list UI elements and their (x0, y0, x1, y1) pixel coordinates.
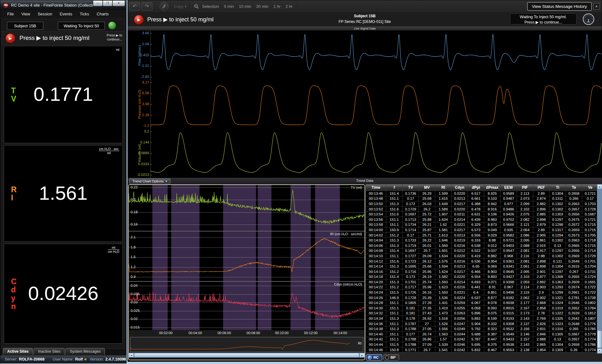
bp-toggle-button[interactable]: BP (383, 354, 399, 361)
table-row[interactable]: 00:14:00150.90.171425.871.5810.02176.573… (366, 227, 598, 232)
table-row[interactable]: 00:14:46150.80.177126.71.5410.02425.8328… (366, 347, 598, 352)
trend-chart-options-button[interactable]: Trend Chart Options▾ (129, 178, 171, 184)
table-row[interactable]: 00:13:58151.10.173426.211.620.02216.3298… (366, 222, 598, 227)
table-cell: 0.1714 (582, 248, 598, 253)
column-header-tv[interactable]: TV (403, 184, 419, 191)
undo-button[interactable]: ↶ (129, 2, 140, 10)
table-row[interactable]: 00:14:14151.30.169525.661.5940.02136.659… (366, 264, 598, 269)
table-row[interactable]: 00:14:08151.40.169725.71.6010.02126.5229… (366, 248, 598, 253)
trend-cdyn-canvas[interactable] (129, 282, 365, 330)
menu-file[interactable]: File (3, 11, 18, 17)
column-header-cdyn[interactable]: Cdyn (452, 184, 468, 191)
table-row[interactable]: 00:13:46151.40.173626.291.5990.02206.517… (366, 191, 598, 196)
subject-button[interactable]: Subject 15B (7, 22, 43, 30)
table-row[interactable]: 00:13:48151.10.1725.681.6150.02136.6619.… (366, 196, 598, 201)
column-header-pif[interactable]: PIF (517, 184, 533, 191)
table-cell: 2.879 (533, 222, 549, 227)
table-row[interactable]: 00:14:18151.40.17326.191.5820.02206.5548… (366, 274, 598, 280)
table-row[interactable]: 00:14:44151.50.178827.091.5390.02465.695… (366, 342, 598, 347)
table-row[interactable]: 00:14:16151.20.171625.951.6240.02176.466… (366, 269, 598, 274)
table-row[interactable]: 00:13:56151.10.171325.881.6340.02146.439… (366, 217, 598, 222)
table-row[interactable]: 00:14:42151.10.178826.861.570.02425.7878… (366, 337, 598, 342)
table-row[interactable]: 00:13:50151.30.17226.031.6490.02176.3888… (366, 201, 598, 206)
timer-clock-icon[interactable] (582, 13, 595, 25)
menu-charts[interactable]: Charts (93, 11, 112, 17)
ready-indicator-icon[interactable] (108, 21, 116, 30)
table-row[interactable]: 00:14:28151.10.180527.281.4310.02596.067… (366, 300, 598, 305)
zoom-preset-5min[interactable]: 5 min (224, 4, 234, 9)
menu-view[interactable]: View (18, 11, 34, 17)
menu-ticks[interactable]: Ticks (76, 11, 93, 17)
title-bar[interactable]: RC Demo 4 site - FinePointe Station (Col… (0, 0, 126, 10)
column-header-time[interactable]: Time (366, 184, 386, 191)
inject-status-button[interactable]: Waiting To Inject 50 (58, 22, 105, 30)
table-row[interactable]: 00:14:38151.30.178827.051.5560.02495.792… (366, 326, 598, 331)
zoom-preset-30min[interactable]: 30 min (256, 4, 268, 9)
zoom-preset-10min[interactable]: 10 min (239, 4, 251, 9)
table-row[interactable]: 00:14:36151.10.1787271.5260.02475.9048.3… (366, 321, 598, 326)
column-header-eew[interactable]: EEW (501, 184, 517, 191)
volume-waveform-canvas[interactable] (150, 129, 602, 178)
scroll-down-icon[interactable]: ▼ (597, 349, 602, 353)
zoom-preset-1hr[interactable]: 1 hr (274, 4, 280, 9)
trend-overview-strip[interactable]: RI (129, 336, 365, 353)
play-button[interactable]: ▶ (133, 14, 144, 25)
tab-inactive-sites[interactable]: Inactive Sites (34, 348, 65, 355)
table-row[interactable]: 00:14:04151.30.173326.221.6460.02196.316… (366, 238, 598, 243)
rc-toggle-button[interactable]: RC (366, 354, 382, 361)
column-header-f[interactable]: f (386, 184, 402, 191)
table-row[interactable]: 00:14:10151.10.172726.091.6340.02206.419… (366, 253, 598, 258)
column-header-te[interactable]: Te (566, 184, 582, 191)
play-button[interactable]: ▶ (5, 33, 16, 44)
column-header-ri[interactable]: RI (435, 184, 451, 191)
view-status-message-history-button[interactable]: View Status Message History (527, 2, 592, 11)
horizontal-scrollbar[interactable]: ◄ ► (129, 353, 365, 358)
tab-system-messages[interactable]: System Messages (65, 348, 105, 355)
table-row[interactable]: 00:14:22151.20.171725.961.6230.02166.441… (366, 285, 598, 290)
table-cell: 0.1722 (582, 290, 598, 295)
table-row[interactable]: 00:14:32151.10.18127.431.4730.02635.8968… (366, 311, 598, 316)
table-cell: 8.387 (484, 332, 500, 337)
table-row[interactable]: 00:14:20151.30.170125.741.5930.02146.693… (366, 280, 598, 285)
flow-waveform-canvas[interactable] (150, 30, 602, 80)
column-header-dpmax[interactable]: dPmax (484, 184, 500, 191)
table-row[interactable]: 00:14:26146.90.172825.391.5360.02246.537… (366, 295, 598, 300)
zoom-preset-2hr[interactable]: 2 hr (285, 4, 292, 9)
table-row[interactable]: 00:14:30151.10.18127.351.4190.02556.0588… (366, 306, 598, 311)
copy-button[interactable]: Copy ▾ (174, 4, 187, 9)
table-cell: 0.9547 (501, 248, 517, 253)
close-icon[interactable]: ✕ (593, 3, 600, 10)
menu-events[interactable]: Events (56, 11, 76, 17)
table-row[interactable]: 00:13:52151.60.172926.21.5890.02206.4788… (366, 207, 598, 212)
table-row[interactable]: 00:14:06151.30.171926.011.5690.02166.538… (366, 243, 598, 248)
column-header-dppl[interactable]: dPpl (468, 184, 484, 191)
overview-ri-canvas[interactable] (130, 337, 350, 351)
column-header-mv[interactable]: MV (419, 184, 435, 191)
table-row[interactable]: 00:14:34151.30.17826.921.5180.02565.8928… (366, 316, 598, 321)
close-button[interactable]: ✕ (112, 0, 125, 6)
scroll-up-icon[interactable]: ▲ (597, 184, 602, 189)
pressure-waveform-canvas[interactable] (150, 80, 602, 129)
column-header-ve[interactable]: Ve (582, 184, 598, 191)
table-row[interactable]: 00:14:40151.10.17726.741.5630.02445.6888… (366, 332, 598, 337)
scroll-left-icon[interactable]: ◄ (129, 353, 134, 357)
trend-ri-canvas[interactable] (129, 231, 365, 281)
live-chart-pressure: Pressure (cm H₂O)9.176.583.981.39-1.2 (128, 80, 602, 129)
maximize-button[interactable]: ❐ (103, 0, 112, 6)
scrollbar-thumb[interactable] (134, 353, 359, 357)
menu-session[interactable]: Session (34, 11, 56, 17)
column-header-pef[interactable]: PEF (533, 184, 549, 191)
table-row[interactable]: 00:14:12151.60.172326.121.5760.02166.536… (366, 259, 598, 264)
vertical-scrollbar[interactable]: ▲ ▼ (597, 184, 602, 354)
tools-wrench-button[interactable] (160, 2, 168, 11)
table-row[interactable]: 00:14:02151.20.1725.711.6130.02136.5569.… (366, 233, 598, 238)
table-row[interactable]: 00:14:24151.50.172626.161.5930.02216.48.… (366, 290, 598, 295)
tab-active-sites[interactable]: Active Sites (3, 348, 33, 355)
redo-button[interactable]: ↷ (142, 2, 152, 10)
table-row[interactable]: 00:13:54151.60.169725.721.6070.02116.631… (366, 212, 598, 217)
column-header-ti[interactable]: Ti (550, 184, 566, 191)
scrollbar-thumb[interactable] (597, 330, 602, 348)
minimize-button[interactable]: — (93, 0, 103, 6)
trend-tv-canvas[interactable] (129, 185, 365, 231)
scroll-right-icon[interactable]: ► (360, 353, 365, 357)
